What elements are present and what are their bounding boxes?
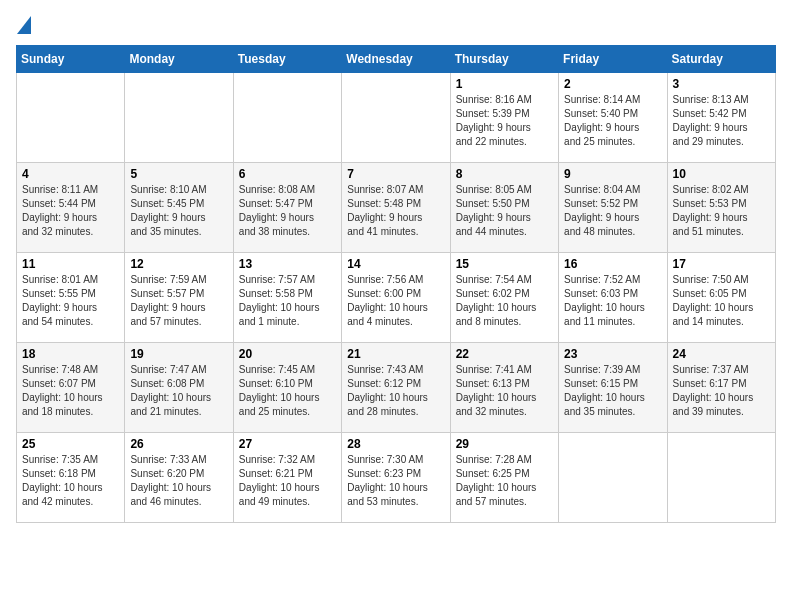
day-number: 20: [239, 347, 336, 361]
calendar-cell: 11Sunrise: 8:01 AM Sunset: 5:55 PM Dayli…: [17, 253, 125, 343]
calendar-cell: 23Sunrise: 7:39 AM Sunset: 6:15 PM Dayli…: [559, 343, 667, 433]
day-number: 3: [673, 77, 770, 91]
day-number: 23: [564, 347, 661, 361]
calendar-cell: 2Sunrise: 8:14 AM Sunset: 5:40 PM Daylig…: [559, 73, 667, 163]
header-cell-thursday: Thursday: [450, 46, 558, 73]
day-number: 17: [673, 257, 770, 271]
cell-content: Sunrise: 7:57 AM Sunset: 5:58 PM Dayligh…: [239, 273, 336, 329]
cell-content: Sunrise: 8:07 AM Sunset: 5:48 PM Dayligh…: [347, 183, 444, 239]
day-number: 25: [22, 437, 119, 451]
week-row-3: 11Sunrise: 8:01 AM Sunset: 5:55 PM Dayli…: [17, 253, 776, 343]
calendar-cell: 13Sunrise: 7:57 AM Sunset: 5:58 PM Dayli…: [233, 253, 341, 343]
calendar-cell: 29Sunrise: 7:28 AM Sunset: 6:25 PM Dayli…: [450, 433, 558, 523]
calendar-table: SundayMondayTuesdayWednesdayThursdayFrid…: [16, 45, 776, 523]
day-number: 11: [22, 257, 119, 271]
day-number: 13: [239, 257, 336, 271]
cell-content: Sunrise: 8:13 AM Sunset: 5:42 PM Dayligh…: [673, 93, 770, 149]
day-number: 26: [130, 437, 227, 451]
day-number: 4: [22, 167, 119, 181]
calendar-cell: [559, 433, 667, 523]
calendar-cell: [342, 73, 450, 163]
day-number: 15: [456, 257, 553, 271]
day-number: 10: [673, 167, 770, 181]
cell-content: Sunrise: 7:47 AM Sunset: 6:08 PM Dayligh…: [130, 363, 227, 419]
calendar-cell: 20Sunrise: 7:45 AM Sunset: 6:10 PM Dayli…: [233, 343, 341, 433]
logo-icon: [17, 16, 31, 34]
cell-content: Sunrise: 8:05 AM Sunset: 5:50 PM Dayligh…: [456, 183, 553, 239]
cell-content: Sunrise: 8:02 AM Sunset: 5:53 PM Dayligh…: [673, 183, 770, 239]
calendar-cell: [667, 433, 775, 523]
calendar-cell: [125, 73, 233, 163]
cell-content: Sunrise: 8:14 AM Sunset: 5:40 PM Dayligh…: [564, 93, 661, 149]
calendar-cell: 7Sunrise: 8:07 AM Sunset: 5:48 PM Daylig…: [342, 163, 450, 253]
calendar-cell: 6Sunrise: 8:08 AM Sunset: 5:47 PM Daylig…: [233, 163, 341, 253]
cell-content: Sunrise: 7:50 AM Sunset: 6:05 PM Dayligh…: [673, 273, 770, 329]
calendar-cell: 8Sunrise: 8:05 AM Sunset: 5:50 PM Daylig…: [450, 163, 558, 253]
header-cell-friday: Friday: [559, 46, 667, 73]
calendar-cell: 27Sunrise: 7:32 AM Sunset: 6:21 PM Dayli…: [233, 433, 341, 523]
calendar-cell: 21Sunrise: 7:43 AM Sunset: 6:12 PM Dayli…: [342, 343, 450, 433]
cell-content: Sunrise: 8:10 AM Sunset: 5:45 PM Dayligh…: [130, 183, 227, 239]
cell-content: Sunrise: 8:04 AM Sunset: 5:52 PM Dayligh…: [564, 183, 661, 239]
cell-content: Sunrise: 7:30 AM Sunset: 6:23 PM Dayligh…: [347, 453, 444, 509]
week-row-2: 4Sunrise: 8:11 AM Sunset: 5:44 PM Daylig…: [17, 163, 776, 253]
calendar-cell: [233, 73, 341, 163]
day-number: 8: [456, 167, 553, 181]
cell-content: Sunrise: 8:16 AM Sunset: 5:39 PM Dayligh…: [456, 93, 553, 149]
header-cell-monday: Monday: [125, 46, 233, 73]
day-number: 18: [22, 347, 119, 361]
day-number: 19: [130, 347, 227, 361]
day-number: 1: [456, 77, 553, 91]
calendar-cell: 24Sunrise: 7:37 AM Sunset: 6:17 PM Dayli…: [667, 343, 775, 433]
calendar-cell: 26Sunrise: 7:33 AM Sunset: 6:20 PM Dayli…: [125, 433, 233, 523]
cell-content: Sunrise: 7:48 AM Sunset: 6:07 PM Dayligh…: [22, 363, 119, 419]
cell-content: Sunrise: 7:56 AM Sunset: 6:00 PM Dayligh…: [347, 273, 444, 329]
day-number: 9: [564, 167, 661, 181]
day-number: 22: [456, 347, 553, 361]
day-number: 28: [347, 437, 444, 451]
day-number: 6: [239, 167, 336, 181]
header-cell-saturday: Saturday: [667, 46, 775, 73]
day-number: 2: [564, 77, 661, 91]
day-number: 27: [239, 437, 336, 451]
day-number: 16: [564, 257, 661, 271]
cell-content: Sunrise: 7:35 AM Sunset: 6:18 PM Dayligh…: [22, 453, 119, 509]
day-number: 12: [130, 257, 227, 271]
calendar-cell: 5Sunrise: 8:10 AM Sunset: 5:45 PM Daylig…: [125, 163, 233, 253]
header-row: SundayMondayTuesdayWednesdayThursdayFrid…: [17, 46, 776, 73]
calendar-cell: 4Sunrise: 8:11 AM Sunset: 5:44 PM Daylig…: [17, 163, 125, 253]
cell-content: Sunrise: 7:39 AM Sunset: 6:15 PM Dayligh…: [564, 363, 661, 419]
cell-content: Sunrise: 7:54 AM Sunset: 6:02 PM Dayligh…: [456, 273, 553, 329]
svg-marker-0: [17, 16, 31, 34]
page-header: [16, 16, 776, 37]
cell-content: Sunrise: 8:08 AM Sunset: 5:47 PM Dayligh…: [239, 183, 336, 239]
calendar-cell: 28Sunrise: 7:30 AM Sunset: 6:23 PM Dayli…: [342, 433, 450, 523]
day-number: 29: [456, 437, 553, 451]
calendar-cell: 10Sunrise: 8:02 AM Sunset: 5:53 PM Dayli…: [667, 163, 775, 253]
header-cell-sunday: Sunday: [17, 46, 125, 73]
cell-content: Sunrise: 7:45 AM Sunset: 6:10 PM Dayligh…: [239, 363, 336, 419]
week-row-4: 18Sunrise: 7:48 AM Sunset: 6:07 PM Dayli…: [17, 343, 776, 433]
cell-content: Sunrise: 8:01 AM Sunset: 5:55 PM Dayligh…: [22, 273, 119, 329]
logo: [16, 16, 31, 37]
cell-content: Sunrise: 7:41 AM Sunset: 6:13 PM Dayligh…: [456, 363, 553, 419]
cell-content: Sunrise: 7:43 AM Sunset: 6:12 PM Dayligh…: [347, 363, 444, 419]
calendar-cell: 12Sunrise: 7:59 AM Sunset: 5:57 PM Dayli…: [125, 253, 233, 343]
cell-content: Sunrise: 7:33 AM Sunset: 6:20 PM Dayligh…: [130, 453, 227, 509]
calendar-cell: 25Sunrise: 7:35 AM Sunset: 6:18 PM Dayli…: [17, 433, 125, 523]
calendar-cell: 22Sunrise: 7:41 AM Sunset: 6:13 PM Dayli…: [450, 343, 558, 433]
calendar-cell: 17Sunrise: 7:50 AM Sunset: 6:05 PM Dayli…: [667, 253, 775, 343]
day-number: 14: [347, 257, 444, 271]
cell-content: Sunrise: 7:52 AM Sunset: 6:03 PM Dayligh…: [564, 273, 661, 329]
calendar-body: 1Sunrise: 8:16 AM Sunset: 5:39 PM Daylig…: [17, 73, 776, 523]
header-cell-wednesday: Wednesday: [342, 46, 450, 73]
cell-content: Sunrise: 7:28 AM Sunset: 6:25 PM Dayligh…: [456, 453, 553, 509]
week-row-1: 1Sunrise: 8:16 AM Sunset: 5:39 PM Daylig…: [17, 73, 776, 163]
calendar-cell: 19Sunrise: 7:47 AM Sunset: 6:08 PM Dayli…: [125, 343, 233, 433]
day-number: 5: [130, 167, 227, 181]
calendar-cell: 1Sunrise: 8:16 AM Sunset: 5:39 PM Daylig…: [450, 73, 558, 163]
calendar-cell: 18Sunrise: 7:48 AM Sunset: 6:07 PM Dayli…: [17, 343, 125, 433]
cell-content: Sunrise: 7:37 AM Sunset: 6:17 PM Dayligh…: [673, 363, 770, 419]
cell-content: Sunrise: 7:32 AM Sunset: 6:21 PM Dayligh…: [239, 453, 336, 509]
calendar-cell: 14Sunrise: 7:56 AM Sunset: 6:00 PM Dayli…: [342, 253, 450, 343]
